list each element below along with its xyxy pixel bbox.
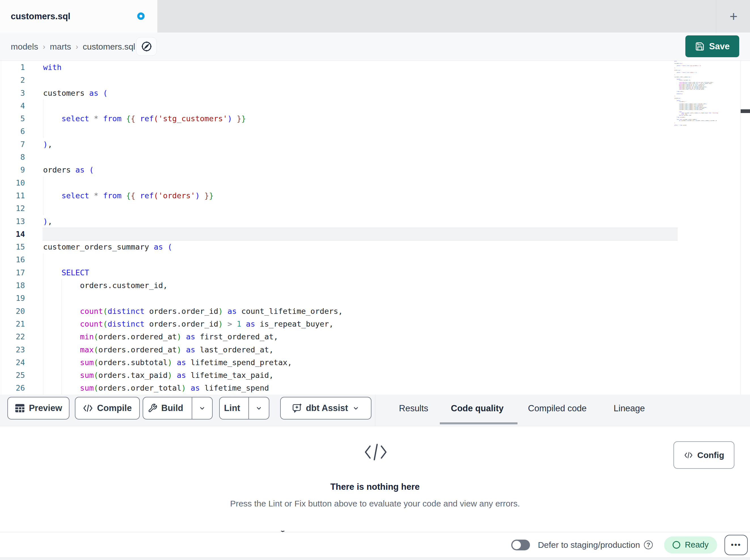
code-line[interactable]: 13), xyxy=(0,215,750,228)
preview-button[interactable]: Preview xyxy=(7,397,70,419)
save-button[interactable]: Save xyxy=(685,36,739,57)
toggle-knob xyxy=(512,541,521,549)
code-text[interactable] xyxy=(25,253,43,266)
code-line[interactable]: 24 sum(orders.subtotal) as lifetime_spen… xyxy=(0,356,750,369)
tab-results[interactable]: Results xyxy=(399,395,428,422)
code-line[interactable]: 20 count(distinct orders.order_id) as co… xyxy=(0,305,750,317)
new-tab-button[interactable]: + xyxy=(724,0,744,33)
code-text[interactable] xyxy=(25,74,43,86)
breadcrumb-item-models[interactable]: models xyxy=(11,42,38,51)
file-tab-customers-sql[interactable]: customers.sql xyxy=(0,0,157,33)
code-line[interactable]: 26 sum(orders.order_total) as lifetime_s… xyxy=(0,381,750,394)
code-text[interactable]: SELECT xyxy=(25,266,89,279)
explore-lineage-button[interactable] xyxy=(136,37,157,56)
help-icon[interactable]: ? xyxy=(644,540,653,549)
code-line[interactable]: 15customer_orders_summary as ( xyxy=(0,241,750,253)
code-line[interactable]: 9orders as ( xyxy=(0,163,750,176)
code-text[interactable]: select * from {{ ref('stg_customers') }} xyxy=(25,112,246,125)
code-text[interactable]: max(orders.ordered_at) as last_ordered_a… xyxy=(25,343,274,356)
code-text[interactable]: customer_orders_summary as ( xyxy=(25,241,172,253)
line-number: 18 xyxy=(0,279,25,292)
code-line[interactable]: 11 select * from {{ ref('orders') }} xyxy=(0,189,750,202)
line-number: 7 xyxy=(0,138,25,151)
line-number: 22 xyxy=(0,330,25,343)
lint-button[interactable]: Lint xyxy=(219,397,269,419)
dbt-assist-button[interactable]: dbt Assist xyxy=(280,397,372,419)
code-line[interactable]: 6 xyxy=(0,125,750,138)
minimap[interactable]: with customers as ( select * from {{ ref… xyxy=(674,61,740,128)
lint-button-label: Lint xyxy=(224,403,240,413)
line-number: 14 xyxy=(0,228,25,241)
code-text[interactable] xyxy=(25,99,43,112)
file-tab-title: customers.sql xyxy=(11,11,70,22)
more-options-button[interactable]: ••• xyxy=(725,535,748,555)
code-line[interactable]: 1with xyxy=(0,61,750,74)
line-number: 20 xyxy=(0,305,25,317)
code-line[interactable]: 7), xyxy=(0,138,750,151)
code-line[interactable]: 23 max(orders.ordered_at) as last_ordere… xyxy=(0,343,750,356)
code-line[interactable]: 2 xyxy=(0,74,750,86)
breadcrumb-bar: models › marts › customers.sql xyxy=(0,33,750,61)
code-line[interactable]: 17 SELECT xyxy=(0,266,750,279)
code-text[interactable]: min(orders.ordered_at) as first_ordered_… xyxy=(25,330,278,343)
code-line[interactable]: 18 orders.customer_id, xyxy=(0,279,750,292)
line-number: 3 xyxy=(0,87,25,99)
code-text[interactable]: orders as ( xyxy=(25,163,94,176)
code-text[interactable]: ), xyxy=(25,138,53,151)
code-text[interactable]: count(distinct orders.order_id) as count… xyxy=(25,305,343,317)
code-text[interactable]: customers as ( xyxy=(25,87,108,99)
table-icon xyxy=(15,403,25,413)
code-text[interactable] xyxy=(25,228,43,241)
code-line[interactable]: 21 count(distinct orders.order_id) > 1 a… xyxy=(0,317,750,330)
line-number: 10 xyxy=(0,177,25,189)
code-text[interactable] xyxy=(25,151,43,163)
code-text[interactable]: orders.customer_id, xyxy=(25,279,167,292)
code-text[interactable]: with xyxy=(25,61,61,74)
build-button-main[interactable]: Build xyxy=(143,397,188,419)
line-number: 1 xyxy=(0,61,25,74)
compile-button[interactable]: Compile xyxy=(75,397,140,419)
line-number: 16 xyxy=(0,253,25,266)
code-text[interactable]: sum(orders.subtotal) as lifetime_spend_p… xyxy=(25,356,292,369)
code-line[interactable]: 22 min(orders.ordered_at) as first_order… xyxy=(0,330,750,343)
build-button[interactable]: Build xyxy=(143,397,213,419)
breadcrumb-item-marts[interactable]: marts xyxy=(50,42,71,51)
code-line[interactable]: 14 xyxy=(0,228,750,241)
active-tab-underline xyxy=(440,422,517,424)
config-button[interactable]: Config xyxy=(673,441,734,469)
defer-toggle[interactable] xyxy=(511,540,530,551)
code-line[interactable]: 3customers as ( xyxy=(0,87,750,99)
code-text[interactable]: sum(orders.tax_paid) as lifetime_tax_pai… xyxy=(25,369,274,381)
code-text[interactable] xyxy=(25,292,43,305)
code-text[interactable]: select * from {{ ref('orders') }} xyxy=(25,189,214,202)
compile-button-label: Compile xyxy=(97,403,132,413)
build-dropdown-button[interactable] xyxy=(192,397,212,419)
code-line[interactable]: 4 xyxy=(0,99,750,112)
tab-code-quality[interactable]: Code quality xyxy=(451,395,504,422)
code-line[interactable]: 16 xyxy=(0,253,750,266)
wrench-icon xyxy=(148,403,157,413)
code-line[interactable]: 25 sum(orders.tax_paid) as lifetime_tax_… xyxy=(0,369,750,381)
code-line[interactable]: 12 xyxy=(0,202,750,215)
code-line[interactable]: 10 xyxy=(0,177,750,189)
code-line[interactable]: 8 xyxy=(0,151,750,163)
preview-button-label: Preview xyxy=(29,403,62,413)
code-text[interactable]: ), xyxy=(25,215,53,228)
lint-dropdown-button[interactable] xyxy=(249,397,269,419)
tab-lineage[interactable]: Lineage xyxy=(614,395,645,422)
code-text[interactable] xyxy=(25,177,43,189)
scrollbar-thumb[interactable] xyxy=(741,109,750,113)
dbt-ide-window: customers.sql + models › marts › custome… xyxy=(0,0,750,560)
code-line[interactable]: 19 xyxy=(0,292,750,305)
line-number: 24 xyxy=(0,356,25,369)
lint-button-main[interactable]: Lint xyxy=(220,397,244,419)
code-text[interactable] xyxy=(25,202,43,215)
code-editor[interactable]: 1with23customers as (45 select * from {{… xyxy=(0,61,750,395)
code-text[interactable]: sum(orders.order_total) as lifetime_spen… xyxy=(25,381,269,394)
tab-compiled-code[interactable]: Compiled code xyxy=(528,395,587,422)
code-text[interactable]: count(distinct orders.order_id) > 1 as i… xyxy=(25,317,333,330)
unsaved-changes-dot-icon xyxy=(137,13,145,20)
code-text[interactable] xyxy=(25,125,43,138)
save-button-label: Save xyxy=(709,41,730,51)
code-line[interactable]: 5 select * from {{ ref('stg_customers') … xyxy=(0,112,750,125)
